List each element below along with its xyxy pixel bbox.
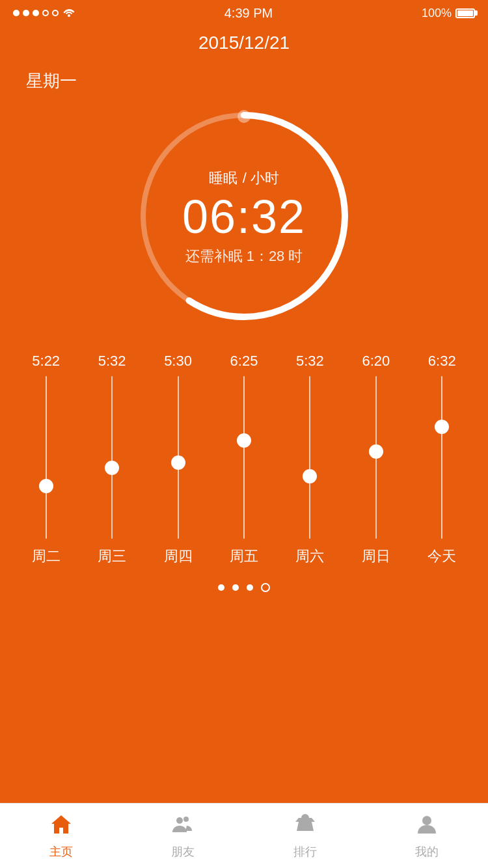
slider-day-5: 周日 <box>362 547 390 566</box>
slider-day-2: 周四 <box>164 547 193 566</box>
dot-5 <box>52 10 59 16</box>
slider-thumb-0[interactable] <box>39 479 53 493</box>
slider-col-4[interactable]: 5:32 周六 <box>284 353 336 566</box>
slider-track-3 <box>243 376 245 539</box>
page-dot-3[interactable] <box>261 583 270 592</box>
sleep-label: 睡眠 / 小时 <box>182 167 306 188</box>
status-right: 100% <box>422 7 475 20</box>
date-header: 2015/12/21 <box>0 26 488 57</box>
status-left <box>13 7 75 20</box>
tab-friends[interactable]: 朋友 <box>122 813 245 860</box>
tab-friends-label: 朋友 <box>171 844 195 860</box>
slider-day-0: 周二 <box>32 547 61 566</box>
svg-point-3 <box>176 817 183 824</box>
wifi-icon <box>62 7 75 20</box>
sleep-time: 06:32 <box>182 193 306 240</box>
tab-home[interactable]: 主页 <box>0 813 122 860</box>
slider-thumb-2[interactable] <box>171 455 185 470</box>
tab-ranking[interactable]: 排行 <box>244 813 366 860</box>
slider-track-6 <box>441 376 443 539</box>
day-of-week: 星期一 <box>0 57 488 92</box>
slider-value-4: 5:32 <box>296 353 324 370</box>
slider-track-line-6 <box>441 376 442 539</box>
status-time: 4:39 PM <box>224 6 273 21</box>
slider-value-1: 5:32 <box>98 353 126 370</box>
slider-track-line-0 <box>46 376 47 539</box>
profile-icon <box>415 813 439 841</box>
signal-dots <box>13 10 59 16</box>
sliders-section: 5:22 周二 5:32 周三 5:30 周四 6:25 周五 5:32 <box>0 333 488 573</box>
tab-profile[interactable]: 我的 <box>366 813 489 860</box>
slider-value-6: 6:32 <box>428 353 456 370</box>
slider-track-4 <box>308 376 311 539</box>
slider-track-line-4 <box>309 376 310 539</box>
slider-track-0 <box>45 376 47 539</box>
svg-point-2 <box>237 110 251 123</box>
dot-1 <box>13 10 20 16</box>
tab-profile-label: 我的 <box>415 844 439 860</box>
slider-col-1[interactable]: 5:32 周三 <box>86 353 138 566</box>
slider-thumb-6[interactable] <box>435 420 449 434</box>
slider-thumb-4[interactable] <box>303 469 317 483</box>
sleep-deficit: 还需补眠 1：28 时 <box>182 247 306 266</box>
slider-track-line-3 <box>243 376 245 539</box>
svg-point-4 <box>183 817 189 822</box>
battery-percent: 100% <box>422 7 452 20</box>
circle-inner: 睡眠 / 小时 06:32 还需补眠 1：28 时 <box>182 167 306 266</box>
page-dot-1[interactable] <box>232 584 239 591</box>
slider-track-2 <box>177 376 180 539</box>
per-hour-text: / 小时 <box>243 170 279 186</box>
slider-col-5[interactable]: 6:20 周日 <box>350 353 402 566</box>
tab-bar: 主页 朋友 排行 <box>0 803 488 868</box>
slider-value-5: 6:20 <box>362 353 390 370</box>
slider-day-6: 今天 <box>427 547 456 566</box>
battery-icon <box>455 8 475 18</box>
slider-track-1 <box>111 376 113 539</box>
page-dots <box>0 573 488 603</box>
slider-value-3: 6:25 <box>230 353 258 370</box>
friends-icon <box>171 813 195 841</box>
slider-day-3: 周五 <box>230 547 258 566</box>
slider-thumb-3[interactable] <box>237 433 251 448</box>
svg-point-6 <box>422 816 431 825</box>
slider-day-4: 周六 <box>295 547 324 566</box>
slider-col-0[interactable]: 5:22 周二 <box>20 353 72 566</box>
home-icon <box>49 813 73 841</box>
sleep-label-text: 睡眠 <box>209 170 237 186</box>
dot-2 <box>23 10 29 16</box>
slider-value-2: 5:30 <box>164 353 192 370</box>
slider-value-0: 5:22 <box>32 353 60 370</box>
slider-track-line-1 <box>111 376 113 539</box>
dot-4 <box>42 10 49 16</box>
slider-thumb-1[interactable] <box>105 461 119 475</box>
slider-col-3[interactable]: 6:25 周五 <box>218 353 270 566</box>
status-bar: 4:39 PM 100% <box>0 0 488 26</box>
slider-day-1: 周三 <box>98 547 126 566</box>
slider-thumb-5[interactable] <box>369 444 383 459</box>
tab-home-label: 主页 <box>49 844 73 860</box>
ranking-icon <box>293 813 317 841</box>
slider-col-6[interactable]: 6:32 今天 <box>416 353 468 566</box>
page-dot-2[interactable] <box>247 584 253 591</box>
page-dot-0[interactable] <box>218 584 224 591</box>
slider-track-5 <box>375 376 377 539</box>
tab-ranking-label: 排行 <box>293 844 317 860</box>
sliders-row: 5:22 周二 5:32 周三 5:30 周四 6:25 周五 5:32 <box>13 353 475 566</box>
sleep-circle: 睡眠 / 小时 06:32 还需补眠 1：28 时 <box>127 99 361 333</box>
dot-3 <box>33 10 39 16</box>
slider-col-2[interactable]: 5:30 周四 <box>152 353 204 566</box>
battery-fill <box>457 10 473 16</box>
